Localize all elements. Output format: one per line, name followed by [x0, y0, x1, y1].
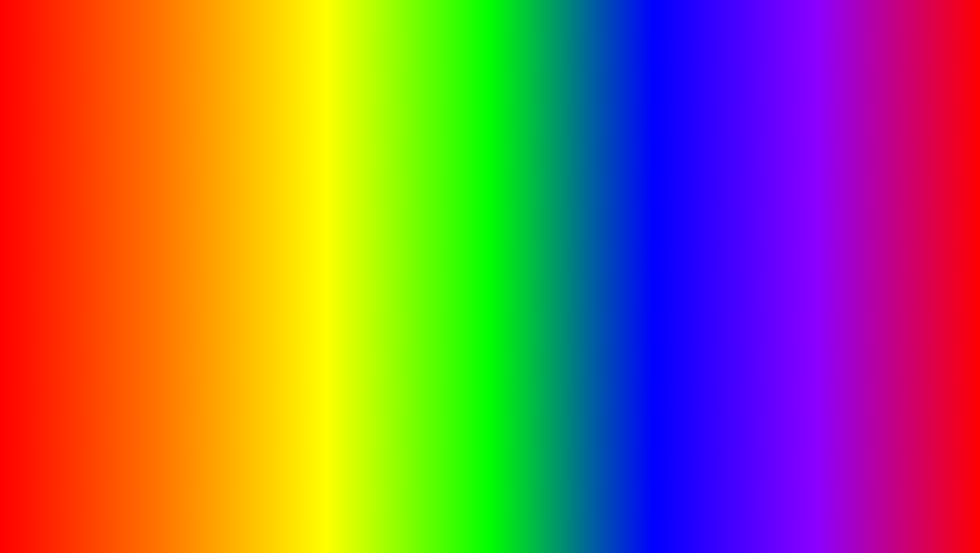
- right-divider-1: |: [802, 154, 804, 162]
- right-game-title: Blox Fruit UPD 18: [831, 109, 871, 115]
- panels-container: 👤 XxArSendxX Stats Player Teleport Dunge…: [41, 101, 939, 244]
- right-sidebar-btn-racev4[interactable]: Race V4: [749, 185, 786, 197]
- left-divider-2: |: [98, 183, 100, 190]
- title-letter-u: U: [563, 5, 612, 79]
- title-letter-x: X: [404, 5, 450, 79]
- left-avatar: 👤: [54, 109, 73, 127]
- left-dropdown-arrow: ▼: [216, 150, 222, 157]
- left-panel-logo: ▶ FTS X HUB: [89, 107, 126, 117]
- right-panel-main: ▶ FTS X HUB Blox Fruit UPD 18 [Time] : 0…: [788, 104, 937, 241]
- right-ping: [Ping] : 75.3956 (20%CV): [874, 122, 932, 127]
- title-space: [450, 5, 471, 79]
- left-panel-content: Use in Dungeon Only! Select Dungeon : Bi…: [84, 129, 233, 241]
- right-panel-logo: ▶ FTS X HUB: [793, 107, 831, 117]
- right-sidebar-btn-player[interactable]: Player: [749, 214, 786, 225]
- title-letter-r: R: [513, 5, 563, 79]
- right-avatar: 👤: [758, 109, 776, 127]
- left-panel-header-row2: Hr(s) : 0 Min(s) : 2 Sec(s) : 35 [Ping] …: [84, 120, 233, 129]
- title-letter-l: L: [309, 5, 351, 79]
- left-checkbox-auto-next[interactable]: [219, 198, 227, 206]
- bottom-pastebin: PASTEBIN: [601, 503, 753, 538]
- left-feature-auto-buy: ▶ | Auto Buy Chip Dungeon: [89, 164, 227, 176]
- bf-logo-blox: BLOX: [868, 515, 919, 531]
- bf-skull-icon: 💀: [878, 473, 909, 502]
- left-checkbox-auto-buy[interactable]: [219, 166, 227, 174]
- left-sidebar-btn-teleport[interactable]: Teleport: [45, 171, 82, 183]
- left-feature-kill-aura: ▶ | Kill Aura: [89, 213, 227, 225]
- right-panel-wrap: 👤 XxArSendxX Main Settings Weapons Race …: [745, 101, 939, 244]
- right-fps: [FPS] : 42: [909, 109, 932, 115]
- right-feature-icon-2: ▶: [793, 210, 798, 218]
- bf-logo-circle: 💀: [868, 462, 919, 513]
- right-logo-text: FTS X HUB: [801, 109, 831, 115]
- left-panel-sidebar: 👤 XxArSendxX Stats Player Teleport Dunge…: [43, 104, 84, 241]
- right-feature-label-farm-monster: Farm Selected Monster: [808, 211, 920, 217]
- right-sidebar-btn-teleport[interactable]: Teleport: [749, 228, 786, 239]
- left-game-title: Blox Fruit UPD 18: [126, 109, 167, 115]
- left-feature-auto-next: ▶ | Auto Next Island: [89, 196, 227, 209]
- left-section-label: Use in Dungeon Only!: [89, 134, 227, 143]
- left-panel-header: ▶ FTS X HUB Blox Fruit UPD 18 [Time] : 0…: [84, 104, 233, 120]
- main-title: BLOX FRUITS: [0, 9, 980, 75]
- left-feature-auto-start: ▶ | Auto Start Dungeon: [89, 180, 227, 192]
- left-feature-icon-2: ▶: [89, 183, 94, 190]
- left-checkbox-auto-start[interactable]: [219, 182, 227, 190]
- left-panel-main: ▶ FTS X HUB Blox Fruit UPD 18 [Time] : 0…: [84, 104, 233, 241]
- right-mode-select-label: Select Mode Farm :: [799, 138, 847, 144]
- left-checkbox-kill-aura[interactable]: [219, 215, 227, 223]
- right-monster-select[interactable]: Select Monster : ▼: [793, 190, 932, 203]
- bottom-script: SCRIPT: [479, 503, 591, 538]
- right-dropdown-arrow-monster: ▼: [920, 193, 926, 200]
- left-divider-3: |: [98, 199, 100, 206]
- left-sidebar-btn-fruitexp[interactable]: Fruit+Esp: [45, 199, 82, 211]
- right-sidebar-btn-stats[interactable]: Stats: [749, 199, 786, 211]
- right-checkbox-farm-monster[interactable]: [924, 210, 932, 218]
- right-mode-select[interactable]: Select Mode Farm : ▼: [793, 134, 932, 148]
- title-letter-o: O: [351, 5, 404, 79]
- right-panel: 👤 XxArSendxX Main Settings Weapons Race …: [746, 103, 938, 242]
- left-sidebar-btn-shop[interactable]: Shop: [45, 214, 82, 225]
- bottom-auto-farm: AUTO FARM: [227, 494, 468, 540]
- left-sidebar-btn-stats[interactable]: Stats: [45, 143, 82, 154]
- center-spacer: [255, 101, 725, 244]
- left-time: [Time] : 08:37:21: [167, 109, 205, 115]
- left-feature-label-kill-aura: Kill Aura: [104, 216, 215, 222]
- left-feature-icon-1: ▶: [89, 166, 94, 174]
- bf-logo-fruits: FRUITS: [868, 531, 919, 543]
- right-sidebar-btn-settings[interactable]: Settings: [749, 157, 786, 168]
- right-sidebar-btn-main[interactable]: Main: [749, 143, 786, 154]
- right-panel-content: Select Mode Farm : ▼ ▶ | Start Auto Farm…: [788, 129, 937, 241]
- right-panel-sidebar: 👤 XxArSendxX Main Settings Weapons Race …: [747, 104, 788, 241]
- left-panel-wrap: 👤 XxArSendxX Stats Player Teleport Dunge…: [41, 101, 235, 244]
- right-panel-header: ▶ FTS X HUB Blox Fruit UPD 18 [Time] : 0…: [788, 104, 937, 120]
- title-letter-f: F: [471, 5, 513, 79]
- bottom-text-container: AUTO FARM SCRIPT PASTEBIN: [0, 494, 980, 540]
- left-feature-icon-4: ▶: [89, 215, 94, 223]
- left-logo-icon: ▶: [89, 107, 95, 117]
- right-hrs: Hr(s) : 0 Min(s) : 2 Sec(s) : 8: [793, 122, 857, 127]
- left-dungeon-select[interactable]: Select Dungeon : Bird: Phoenix ▼: [89, 147, 227, 160]
- bf-logo: 💀 BLOX FRUITS: [868, 462, 919, 543]
- right-checkbox-start-farm[interactable]: [924, 154, 932, 162]
- right-logo-icon: ▶: [793, 107, 799, 117]
- left-sidebar-btn-dungeon[interactable]: Dungeon: [45, 185, 82, 197]
- left-fps: [FPS] : 19: [205, 109, 227, 115]
- right-feature-icon-1: ▶: [793, 154, 798, 162]
- title-letter-t: T: [633, 5, 675, 79]
- right-other-label: Other: [793, 177, 932, 186]
- left-feature-icon-3: ▶: [89, 199, 94, 206]
- left-sidebar-btn-misc[interactable]: Misc: [45, 228, 82, 239]
- title-letter-i: I: [612, 5, 633, 79]
- right-username: XxArSendxX: [754, 132, 781, 137]
- right-divider-line: [793, 170, 932, 170]
- right-panel-header-row2: Hr(s) : 0 Min(s) : 2 Sec(s) : 8 [Ping] :…: [788, 120, 937, 129]
- left-logo-text: FTS X HUB: [97, 109, 126, 115]
- left-sidebar-btn-player[interactable]: Player: [45, 157, 82, 168]
- right-time: [Time] : 08:36:54: [871, 109, 909, 115]
- title-letter-s: S: [675, 5, 722, 79]
- title-letter-b: B: [259, 5, 309, 79]
- right-sidebar-btn-weapons[interactable]: Weapons: [749, 171, 786, 183]
- right-feature-farm-monster: ▶ | Farm Selected Monster: [793, 208, 932, 220]
- left-panel: 👤 XxArSendxX Stats Player Teleport Dunge…: [42, 103, 234, 242]
- left-username: XxArSendxX: [49, 132, 77, 137]
